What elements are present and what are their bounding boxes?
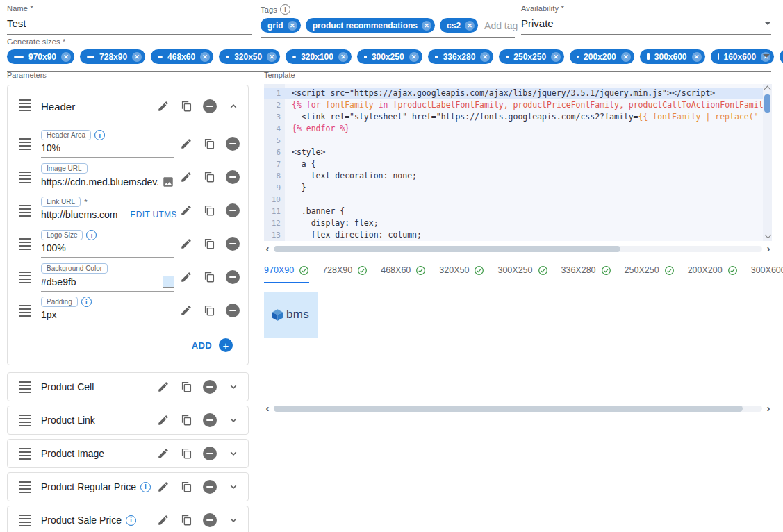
info-icon[interactable]: i [86, 230, 97, 240]
tag-chip[interactable]: product recommendations✕ [306, 18, 435, 33]
size-chip[interactable]: 300x600✕ [640, 49, 705, 64]
size-tab-320x50[interactable]: 320X50 [439, 265, 484, 283]
scrollbar-thumb[interactable] [274, 406, 743, 412]
duplicate-icon[interactable] [180, 447, 192, 460]
remove-chip-icon[interactable]: ✕ [692, 52, 702, 62]
edit-icon[interactable] [157, 447, 170, 460]
remove-icon[interactable] [203, 99, 217, 113]
scrollbar-track[interactable] [274, 406, 762, 412]
size-tab-468x60[interactable]: 468X60 [381, 265, 426, 283]
dropdown-arrow-icon[interactable] [764, 22, 771, 25]
duplicate-icon[interactable] [180, 481, 192, 493]
size-chip[interactable]: 250x250✕ [499, 49, 564, 64]
remove-chip-icon[interactable]: ✕ [132, 52, 142, 62]
remove-icon[interactable] [226, 137, 240, 151]
drag-handle-icon[interactable] [19, 138, 31, 150]
size-chip[interactable]: 200x200✕ [570, 49, 634, 64]
chevron-down-icon[interactable] [227, 447, 240, 460]
scrollbar-thumb[interactable] [764, 94, 770, 113]
drag-handle-icon[interactable] [19, 481, 31, 493]
remove-chip-icon[interactable]: ✕ [409, 52, 419, 62]
edit-icon[interactable] [157, 381, 170, 393]
remove-chip-icon[interactable]: ✕ [61, 52, 71, 62]
remove-icon[interactable] [226, 270, 240, 284]
size-tab-300x250[interactable]: 300X250 [497, 265, 547, 283]
tag-chip[interactable]: grid✕ [261, 18, 301, 33]
duplicate-icon[interactable] [180, 514, 192, 526]
chevron-down-icon[interactable] [227, 381, 240, 393]
remove-icon[interactable] [226, 304, 240, 317]
remove-chip-icon[interactable]: ✕ [338, 52, 348, 62]
duplicate-icon[interactable] [203, 304, 215, 317]
edit-icon[interactable] [157, 514, 170, 526]
size-tab-300x600[interactable]: 300X600 [751, 265, 783, 283]
drag-handle-icon[interactable] [19, 415, 31, 426]
size-chip[interactable]: 468x60✕ [151, 49, 213, 64]
drag-handle-icon[interactable] [19, 305, 31, 317]
remove-icon[interactable] [226, 237, 240, 251]
remove-icon[interactable] [226, 170, 240, 184]
drag-handle-icon[interactable] [19, 381, 31, 393]
code-editor[interactable]: 12345678910111213 <script src="https://a… [264, 84, 772, 241]
size-tab-728x90[interactable]: 728X90 [322, 265, 368, 283]
remove-chip-icon[interactable]: ✕ [422, 21, 431, 31]
scroll-up-icon[interactable] [764, 86, 771, 93]
drag-handle-icon[interactable] [19, 448, 31, 460]
scroll-right-icon[interactable]: › [765, 404, 772, 413]
remove-chip-icon[interactable]: ✕ [621, 52, 631, 62]
edit-utms-button[interactable]: EDIT UTMS [131, 210, 177, 219]
size-chip[interactable]: 120x600✕ [780, 49, 783, 64]
size-chip[interactable]: 970x90✕ [7, 49, 74, 64]
drag-handle-icon[interactable] [19, 205, 31, 217]
edit-icon[interactable] [180, 204, 192, 217]
size-tab-250x250[interactable]: 250X250 [625, 265, 675, 283]
remove-icon[interactable] [226, 203, 240, 217]
tags-input-row[interactable]: grid✕product recommendations✕cs2✕ [261, 15, 515, 38]
preview-horizontal-scrollbar[interactable]: ‹ › [264, 404, 772, 413]
info-icon[interactable]: i [94, 130, 105, 140]
scroll-right-icon[interactable]: › [765, 244, 772, 253]
remove-icon[interactable] [203, 513, 217, 527]
size-chip[interactable]: 300x250✕ [357, 49, 422, 64]
image-icon[interactable] [162, 176, 174, 188]
info-icon[interactable]: i [81, 297, 92, 307]
editor-horizontal-scrollbar[interactable]: ‹ › [264, 244, 772, 253]
duplicate-icon[interactable] [203, 271, 215, 283]
duplicate-icon[interactable] [203, 138, 215, 150]
chevron-up-icon[interactable] [227, 100, 240, 113]
drag-handle-icon[interactable] [19, 272, 31, 283]
availability-select[interactable]: Private [521, 13, 771, 35]
remove-icon[interactable] [203, 413, 217, 427]
chevron-down-icon[interactable] [227, 414, 240, 426]
size-chip[interactable]: 728x90✕ [80, 49, 145, 64]
remove-chip-icon[interactable]: ✕ [288, 21, 297, 31]
color-swatch[interactable] [163, 276, 174, 288]
remove-icon[interactable] [203, 380, 217, 394]
scrollbar-thumb[interactable] [274, 246, 620, 252]
size-chip[interactable]: 320x50✕ [219, 49, 280, 64]
chevron-down-icon[interactable] [227, 514, 240, 526]
duplicate-icon[interactable] [203, 171, 215, 183]
size-tab-970x90[interactable]: 970X90 [264, 265, 309, 283]
scroll-down-icon[interactable] [764, 232, 771, 239]
remove-icon[interactable] [203, 447, 217, 460]
edit-icon[interactable] [157, 481, 170, 493]
remove-chip-icon[interactable]: ✕ [267, 52, 277, 62]
edit-icon[interactable] [157, 100, 170, 113]
drag-handle-icon[interactable] [19, 238, 31, 250]
info-icon[interactable]: i [126, 515, 136, 526]
duplicate-icon[interactable] [180, 381, 192, 393]
edit-icon[interactable] [180, 238, 192, 250]
size-tab-336x280[interactable]: 336X280 [561, 265, 611, 283]
chevron-down-icon[interactable] [227, 481, 240, 493]
remove-chip-icon[interactable]: ✕ [465, 21, 475, 31]
drag-handle-icon[interactable] [19, 99, 31, 111]
size-chip[interactable]: 320x100✕ [286, 49, 352, 64]
duplicate-icon[interactable] [203, 204, 215, 217]
duplicate-icon[interactable] [180, 100, 192, 113]
scroll-left-icon[interactable]: ‹ [264, 244, 271, 253]
drag-handle-icon[interactable] [19, 515, 31, 526]
remove-chip-icon[interactable]: ✕ [551, 52, 561, 62]
scroll-left-icon[interactable]: ‹ [264, 404, 271, 413]
info-icon[interactable]: i [140, 482, 151, 492]
